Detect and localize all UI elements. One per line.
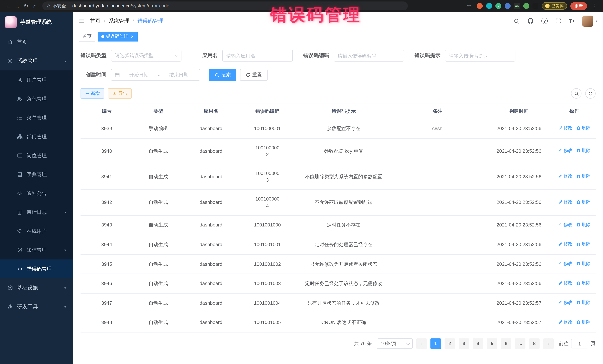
error-code-input[interactable] — [334, 50, 404, 62]
page-button-4[interactable]: 4 — [473, 338, 483, 349]
bookmark-star-icon[interactable]: ☆ — [464, 1, 474, 10]
page-size-select[interactable]: 10条/页 — [377, 338, 413, 349]
error-code-icon — [17, 266, 23, 272]
dict-book-icon — [17, 172, 23, 177]
extension-icon[interactable] — [505, 3, 510, 9]
edit-link[interactable]: 修改 — [558, 241, 572, 247]
delete-link[interactable]: 删除 — [576, 199, 591, 205]
tab-error-code[interactable]: 错误码管理× — [98, 32, 138, 41]
extension-icon[interactable] — [477, 3, 483, 9]
cell-actions: 修改删除 — [553, 190, 596, 216]
delete-link[interactable]: 删除 — [576, 125, 591, 131]
sidebar-item-infra[interactable]: 基础设施▾ — [0, 278, 73, 297]
delete-link[interactable]: 删除 — [576, 280, 591, 286]
home-icon[interactable]: ⌂ — [30, 1, 39, 10]
search-icon[interactable] — [514, 18, 520, 24]
address-bar[interactable]: ⚠ 不安全 | dashboard.yudao.iocoder.cn/syste… — [42, 1, 408, 10]
sidebar-item-notice[interactable]: 通知公告 — [0, 184, 73, 203]
tab-close-icon[interactable]: × — [131, 34, 134, 39]
extension-icon[interactable] — [523, 3, 529, 9]
delete-link[interactable]: 删除 — [576, 173, 591, 180]
page-button-6[interactable]: 6 — [501, 338, 511, 349]
more-menu-icon[interactable]: ⋮ — [590, 1, 599, 10]
sidebar-item-sms[interactable]: 短信管理▾ — [0, 241, 73, 259]
extension-icon[interactable] — [533, 3, 538, 9]
sidebar-item-role[interactable]: 角色管理 — [0, 89, 73, 108]
sidebar-item-menu[interactable]: 菜单管理 — [0, 108, 73, 127]
delete-link[interactable]: 删除 — [576, 261, 591, 267]
toggle-search-button[interactable] — [571, 88, 581, 99]
sidebar-item-online-user[interactable]: 在线用户 — [0, 222, 73, 241]
cell-code: 1001000004 — [238, 190, 297, 216]
edit-link[interactable]: 修改 — [558, 199, 572, 205]
sidebar-item-user[interactable]: 用户管理 — [0, 70, 73, 89]
breadcrumb-home[interactable]: 首页 — [90, 18, 101, 24]
user-avatar[interactable] — [582, 15, 593, 26]
refresh-button[interactable] — [585, 88, 596, 99]
sidebar-item-post[interactable]: 岗位管理 — [0, 146, 73, 165]
breadcrumb-system[interactable]: 系统管理 — [109, 18, 129, 24]
cell-type: 自动生成 — [133, 215, 184, 235]
app-name-input[interactable] — [222, 50, 293, 62]
delete-link[interactable]: 删除 — [576, 147, 591, 154]
font-size-icon[interactable]: TT — [569, 18, 575, 24]
reset-button[interactable]: 重置 — [240, 69, 267, 81]
github-icon[interactable] — [527, 18, 533, 24]
hamburger-icon[interactable] — [79, 18, 85, 24]
page-button-5[interactable]: 5 — [487, 338, 497, 349]
sidebar-item-devtool[interactable]: 研发工具▾ — [0, 297, 73, 316]
sidebar-item-dict[interactable]: 字典管理 — [0, 165, 73, 184]
edit-link[interactable]: 修改 — [558, 261, 572, 267]
add-button[interactable]: 新增 — [81, 88, 104, 99]
delete-link[interactable]: 删除 — [576, 221, 591, 228]
forward-icon[interactable]: → — [13, 1, 22, 10]
help-icon[interactable]: ? — [541, 18, 548, 24]
delete-link[interactable]: 删除 — [576, 319, 591, 325]
page-button-1[interactable]: 1 — [430, 338, 441, 349]
app-logo[interactable]: 芋道管理系统 — [0, 12, 73, 33]
error-type-select[interactable]: 请选择错误码类型 — [111, 50, 181, 62]
error-hint-input[interactable] — [445, 50, 515, 62]
date-range-picker[interactable]: 开始日期 - 结束日期 — [111, 69, 200, 81]
extension-icon[interactable]: on — [514, 3, 520, 9]
prev-page-button[interactable]: ‹ — [416, 338, 427, 349]
edit-link[interactable]: 修改 — [558, 280, 572, 286]
edit-link[interactable]: 修改 — [558, 299, 572, 306]
sidebar-item-error-code[interactable]: 错误码管理 — [0, 259, 73, 278]
edit-link[interactable]: 修改 — [558, 319, 572, 325]
sidebar-item-audit-log[interactable]: 审计日志▾ — [0, 203, 73, 222]
more-pages-button[interactable]: ... — [515, 338, 525, 349]
next-page-button[interactable]: › — [543, 338, 554, 349]
search-button[interactable]: 搜索 — [209, 69, 236, 81]
paused-badge[interactable]: 已暂停 — [542, 2, 567, 10]
page-button-3[interactable]: 3 — [459, 338, 469, 349]
page-button-2[interactable]: 2 — [445, 338, 455, 349]
sidebar-item-dept[interactable]: 部门管理 — [0, 127, 73, 146]
update-button[interactable]: 更新 — [570, 2, 587, 10]
extension-icon[interactable]: V — [495, 3, 501, 9]
page-button-8[interactable]: 8 — [529, 338, 540, 349]
reload-icon[interactable]: ↻ — [22, 1, 30, 10]
goto-page: 前往页 — [559, 339, 596, 348]
export-button[interactable]: 导出 — [108, 88, 132, 99]
cell-actions: 修改删除 — [553, 235, 596, 254]
goto-page-input[interactable] — [571, 339, 588, 348]
cell-time: 2021-04-20 23:52:56 — [485, 164, 553, 190]
delete-link[interactable]: 删除 — [576, 299, 591, 306]
cell-remark — [391, 215, 485, 235]
sidebar-item-home[interactable]: 首页 — [0, 33, 73, 52]
extension-icon[interactable] — [486, 3, 492, 9]
cell-time: 2021-04-20 23:52:57 — [485, 313, 553, 332]
sidebar-item-system[interactable]: 系统管理▴ — [0, 52, 73, 70]
edit-link[interactable]: 修改 — [558, 147, 572, 154]
tab-home[interactable]: 首页 — [79, 32, 95, 41]
security-warning[interactable]: ⚠ 不安全 — [47, 3, 66, 9]
table-row: 3941自动生成dashboard1001000003不能删除类型为系统内置的参… — [81, 164, 596, 190]
delete-link[interactable]: 删除 — [576, 241, 591, 247]
edit-link[interactable]: 修改 — [558, 125, 572, 131]
fullscreen-icon[interactable] — [556, 18, 561, 24]
edit-link[interactable]: 修改 — [558, 173, 572, 180]
edit-link[interactable]: 修改 — [558, 221, 572, 228]
column-header: 备注 — [391, 103, 485, 119]
back-icon[interactable]: ← — [4, 1, 13, 10]
